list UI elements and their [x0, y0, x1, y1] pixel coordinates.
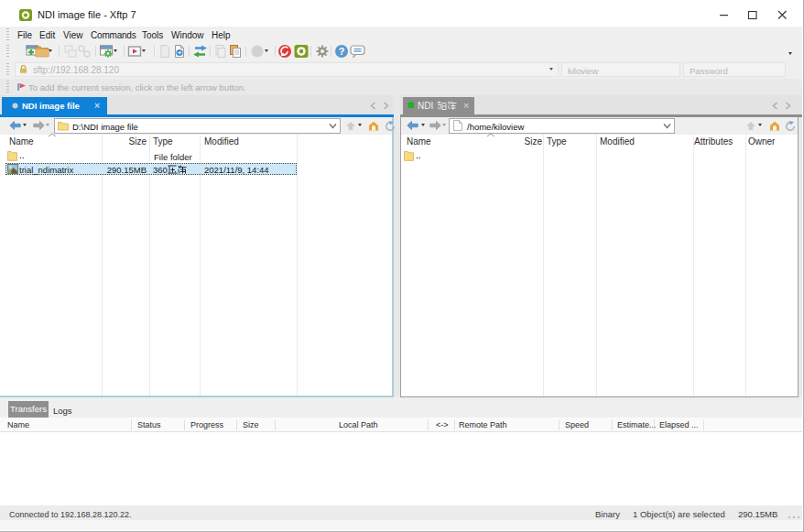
svg-text:?: ? [339, 46, 345, 57]
